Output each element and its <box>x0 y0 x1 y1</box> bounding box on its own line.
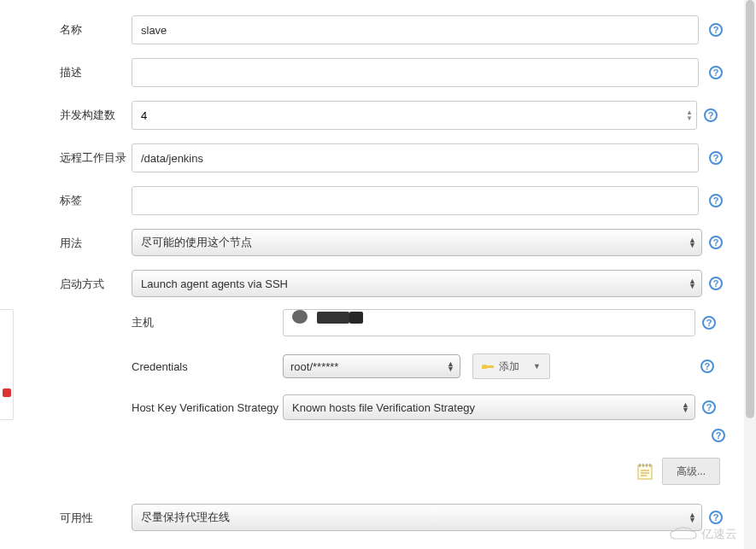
hostkey-select[interactable]: Known hosts file Verification Strategy ▲… <box>283 394 695 420</box>
label-host: 主机 <box>132 315 283 330</box>
chevron-updown-icon: ▲▼ <box>689 512 696 523</box>
cloud-icon <box>669 527 698 542</box>
watermark-text: 亿速云 <box>701 527 737 542</box>
vertical-scrollbar[interactable] <box>744 0 756 549</box>
row-usage: 用法 尽可能的使用这个节点 ▲▼ ? <box>60 229 756 256</box>
help-icon[interactable]: ? <box>700 359 714 373</box>
label-executors: 并发构建数 <box>60 101 132 123</box>
redacted-text <box>349 312 363 324</box>
label-labels: 标签 <box>60 186 132 208</box>
advanced-row: 高级... <box>132 458 720 485</box>
availability-select[interactable]: 尽量保持代理在线 ▲▼ <box>132 504 702 531</box>
chevron-updown-icon: ▲▼ <box>682 402 689 412</box>
help-icon[interactable]: ? <box>709 66 723 79</box>
row-remote-fs: 远程工作目录 ? <box>60 143 756 172</box>
chevron-down-icon: ▼ <box>533 362 541 371</box>
label-availability: 可用性 <box>60 504 132 526</box>
label-usage: 用法 <box>60 229 132 251</box>
label-hostkey: Host Key Verification Strategy <box>132 401 283 414</box>
help-icon[interactable]: ? <box>709 277 723 290</box>
close-icon[interactable] <box>3 388 11 397</box>
row-name: 名称 ? <box>60 15 756 44</box>
spinner-icon[interactable]: ▲▼ <box>685 108 694 123</box>
host-input[interactable] <box>283 309 695 336</box>
row-host: 主机 ? <box>132 309 756 336</box>
key-icon <box>482 363 494 370</box>
scrollbar-thumb[interactable] <box>746 0 754 418</box>
row-credentials: Credentials root/****** ▲▼ 添加 ▼ ? <box>132 353 756 379</box>
credentials-selected: root/****** <box>290 360 338 373</box>
advanced-button[interactable]: 高级... <box>662 458 720 485</box>
hostkey-selected: Known hosts file Verification Strategy <box>292 401 475 414</box>
help-icon[interactable]: ? <box>709 511 723 524</box>
svg-rect-0 <box>638 465 652 479</box>
side-panel-stub <box>0 309 14 420</box>
chevron-updown-icon: ▲▼ <box>447 361 454 371</box>
label-credentials: Credentials <box>132 360 283 373</box>
launch-select[interactable]: Launch agent agents via SSH ▲▼ <box>132 270 702 297</box>
watermark: 亿速云 <box>669 527 737 542</box>
chevron-updown-icon: ▲▼ <box>689 237 696 248</box>
row-availability: 可用性 尽量保持代理在线 ▲▼ ? <box>60 504 756 531</box>
help-icon[interactable]: ? <box>702 316 716 330</box>
help-icon[interactable]: ? <box>709 23 723 37</box>
redacted-text <box>317 312 349 324</box>
label-name: 名称 <box>60 15 132 38</box>
help-icon[interactable]: ? <box>709 194 723 207</box>
row-launch: 启动方式 Launch agent agents via SSH ▲▼ ? <box>60 270 756 297</box>
description-input[interactable] <box>132 58 699 87</box>
availability-selected: 尽量保持代理在线 <box>141 510 230 525</box>
help-icon[interactable]: ? <box>709 151 723 165</box>
help-icon[interactable]: ? <box>704 108 718 122</box>
help-icon[interactable]: ? <box>712 429 725 442</box>
executors-input[interactable] <box>132 101 697 130</box>
redacted-text <box>292 310 308 324</box>
help-icon[interactable]: ? <box>702 400 716 414</box>
labels-input[interactable] <box>132 186 699 215</box>
label-launch: 启动方式 <box>60 270 132 292</box>
extra-help: ? <box>132 429 725 442</box>
help-icon[interactable]: ? <box>709 236 723 249</box>
row-hostkey: Host Key Verification Strategy Known hos… <box>132 394 756 420</box>
node-config-form: 名称 ? 描述 ? 并发构建数 ▲▼ ? 远程工作目录 ? <box>0 0 756 549</box>
label-description: 描述 <box>60 58 132 80</box>
remote-fs-input[interactable] <box>132 143 699 172</box>
ssh-section: 主机 ? Credentials root/****** ▲▼ 添加 <box>132 309 756 485</box>
row-labels: 标签 ? <box>60 186 756 215</box>
row-executors: 并发构建数 ▲▼ ? <box>60 101 756 130</box>
usage-selected: 尽可能的使用这个节点 <box>141 235 252 250</box>
add-credentials-button[interactable]: 添加 ▼ <box>472 353 550 379</box>
chevron-updown-icon: ▲▼ <box>689 278 696 289</box>
launch-selected: Launch agent agents via SSH <box>141 277 288 290</box>
row-description: 描述 ? <box>60 58 756 87</box>
credentials-select[interactable]: root/****** ▲▼ <box>283 354 460 378</box>
label-remote-fs: 远程工作目录 <box>60 143 132 166</box>
name-input[interactable] <box>132 15 699 44</box>
add-label: 添加 <box>499 359 519 374</box>
usage-select[interactable]: 尽可能的使用这个节点 ▲▼ <box>132 229 702 256</box>
notepad-icon <box>636 462 653 481</box>
